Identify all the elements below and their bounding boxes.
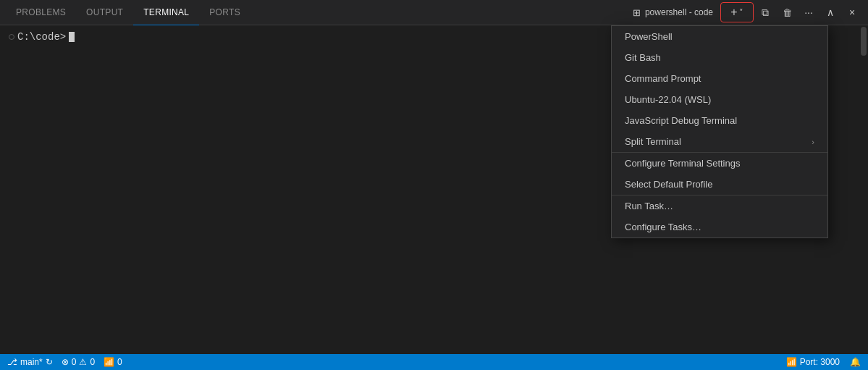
tab-terminal[interactable]: TERMINAL <box>133 0 199 25</box>
warning-count: 0 <box>90 357 95 367</box>
menu-item-run-task[interactable]: Run Task… <box>612 195 827 216</box>
port-label: Port: 3000 <box>800 357 840 367</box>
tab-output[interactable]: OUTPUT <box>76 0 133 25</box>
terminal-instance-name: powershell - code <box>645 7 713 17</box>
info-value: 0 <box>117 357 122 367</box>
sync-icon: ↻ <box>46 357 53 367</box>
menu-section-tasks: Run Task… Configure Tasks… <box>612 195 827 237</box>
menu-item-configure-settings[interactable]: Configure Terminal Settings <box>612 153 827 174</box>
close-icon: × <box>849 7 855 18</box>
terminal-cursor <box>69 32 75 42</box>
bell-icon: 🔔 <box>850 357 861 367</box>
collapse-button[interactable]: ∧ <box>820 2 840 22</box>
menu-item-split-terminal[interactable]: Split Terminal › <box>612 131 827 152</box>
menu-section-settings: Configure Terminal Settings Select Defau… <box>612 153 827 195</box>
split-icon: ⧉ <box>762 7 769 19</box>
git-branch-icon: ⎇ <box>7 357 17 367</box>
split-terminal-button[interactable]: ⧉ <box>755 2 775 22</box>
tab-problems[interactable]: PROBLEMS <box>6 0 76 25</box>
notification-bell[interactable]: 🔔 <box>850 357 861 367</box>
menu-item-js-debug[interactable]: JavaScript Debug Terminal <box>612 110 827 131</box>
prompt-path: C:\code> <box>17 31 66 43</box>
menu-section-terminals: PowerShell Git Bash Command Prompt Ubunt… <box>612 26 827 153</box>
tab-bar: PROBLEMS OUTPUT TERMINAL PORTS ⊞ powersh… <box>0 0 868 25</box>
terminal-instance-label: ⊞ powershell - code <box>627 7 719 18</box>
port-icon: 📶 <box>786 357 797 367</box>
tab-actions: ⊞ powershell - code + ˅ ⧉ 🗑 ··· ∧ × <box>627 2 862 22</box>
scrollbar-thumb[interactable] <box>861 27 867 56</box>
menu-item-powershell[interactable]: PowerShell <box>612 26 827 47</box>
git-branch[interactable]: ⎇ main* ↻ <box>7 357 53 367</box>
signal-icon: 📶 <box>104 357 114 367</box>
chevron-down-icon: ˅ <box>739 8 743 17</box>
close-panel-button[interactable]: × <box>842 2 862 22</box>
status-left: ⎇ main* ↻ ⊗ 0 ⚠ 0 📶 0 <box>7 357 122 367</box>
scrollbar[interactable] <box>859 25 868 335</box>
error-count: 0 <box>72 357 77 367</box>
menu-item-gitbash[interactable]: Git Bash <box>612 47 827 68</box>
branch-name: main* <box>20 357 43 367</box>
trash-icon: 🗑 <box>783 7 792 18</box>
status-right: 📶 Port: 3000 🔔 <box>786 357 861 367</box>
kill-terminal-button[interactable]: 🗑 <box>777 2 797 22</box>
menu-item-command-prompt[interactable]: Command Prompt <box>612 68 827 89</box>
port-status[interactable]: 📶 Port: 3000 <box>786 357 840 367</box>
more-actions-button[interactable]: ··· <box>799 2 819 22</box>
terminal-dropdown-menu: PowerShell Git Bash Command Prompt Ubunt… <box>611 25 828 238</box>
menu-item-select-default-profile[interactable]: Select Default Profile <box>612 174 827 195</box>
new-terminal-button[interactable]: + ˅ <box>720 2 754 22</box>
info-count[interactable]: 📶 0 <box>104 357 122 367</box>
warning-icon: ⚠ <box>79 357 87 367</box>
powershell-icon: ⊞ <box>633 7 641 18</box>
status-bar: ⎇ main* ↻ ⊗ 0 ⚠ 0 📶 0 📶 Port: 3000 🔔 <box>0 354 868 370</box>
chevron-right-icon: › <box>812 138 814 146</box>
plus-icon: + <box>730 6 737 19</box>
error-icon: ⊗ <box>62 357 69 367</box>
tab-ports[interactable]: PORTS <box>199 0 250 25</box>
menu-item-configure-tasks[interactable]: Configure Tasks… <box>612 216 827 237</box>
menu-item-ubuntu[interactable]: Ubuntu-22.04 (WSL) <box>612 89 827 110</box>
ellipsis-icon: ··· <box>804 7 813 18</box>
collapse-icon: ∧ <box>827 7 834 18</box>
errors-count[interactable]: ⊗ 0 ⚠ 0 <box>62 357 95 367</box>
prompt-circle <box>9 34 14 40</box>
